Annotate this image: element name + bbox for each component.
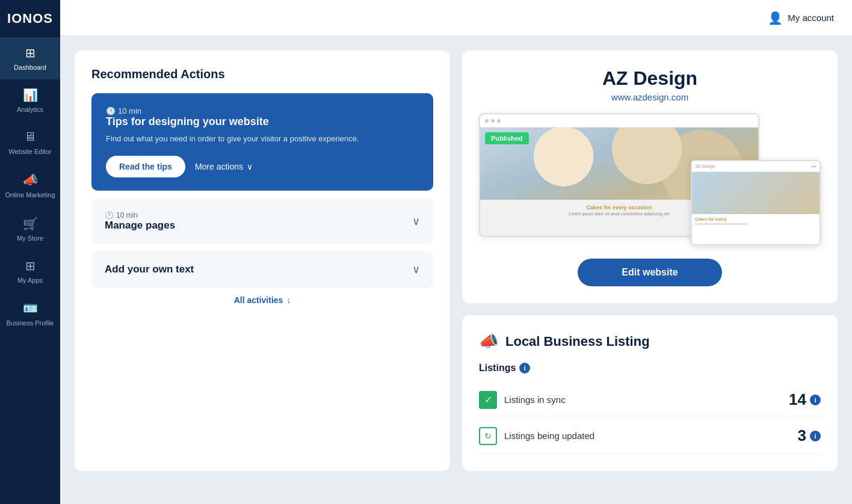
sidebar-item-label: My Apps xyxy=(17,277,43,284)
listings-being-updated-info-icon[interactable]: i xyxy=(810,431,821,441)
edit-website-button[interactable]: Edit website xyxy=(578,259,722,286)
all-activities-label: All activities xyxy=(234,295,283,305)
content-area: Recommended Actions 🕐 10 min Tips for de… xyxy=(60,36,852,504)
mockup-dot-3 xyxy=(497,119,501,123)
mobile-site-name: AZ Design xyxy=(696,164,715,168)
mobile-content-area: Cakes for every Lorem ipsum dolor sit am… xyxy=(692,172,820,244)
sidebar-item-my-apps[interactable]: ⊞ My Apps xyxy=(0,250,60,292)
listings-being-updated-row: ↻ Listings being updated 3 i xyxy=(479,418,821,454)
manage-pages-item[interactable]: 🕐 10 min Manage pages ∨ xyxy=(91,199,433,244)
sidebar-item-dashboard[interactable]: ⊞ Dashboard xyxy=(0,37,60,79)
clock-icon-2: 🕐 xyxy=(105,211,114,220)
mobile-image xyxy=(692,172,820,214)
business-profile-icon: 🪪 xyxy=(23,301,38,315)
logo-area: IONOS xyxy=(0,0,60,37)
listing-header: 📣 Local Business Listing xyxy=(479,332,821,351)
manage-pages-title: Manage pages xyxy=(105,220,175,232)
listings-being-updated-left: ↻ Listings being updated xyxy=(479,427,594,445)
more-actions-label: More actions xyxy=(195,162,243,171)
listings-in-sync-count: 14 i xyxy=(789,390,821,409)
account-icon: 👤 xyxy=(768,11,783,25)
dashboard-icon: ⊞ xyxy=(25,46,36,60)
header: 👤 My account xyxy=(60,0,852,36)
ionos-logo: IONOS xyxy=(7,11,53,26)
mobile-heading: Cakes for every xyxy=(695,217,816,221)
website-card: AZ Design www.azdesign.com Published xyxy=(462,51,838,303)
manage-pages-left: 🕐 10 min Manage pages xyxy=(105,211,175,232)
sidebar-item-online-marketing[interactable]: 📣 Online Marketing xyxy=(0,164,60,207)
listings-being-updated-label: Listings being updated xyxy=(504,431,594,441)
manage-pages-time: 🕐 10 min xyxy=(105,211,175,220)
clock-icon: 🕐 xyxy=(106,106,116,115)
sidebar-item-website-editor[interactable]: 🖥 Website Editor xyxy=(0,121,60,164)
mobile-nav-dots: ••• xyxy=(812,164,816,168)
tip-time-label: 🕐 10 min xyxy=(106,106,419,115)
shield-check-icon: ✓ xyxy=(479,391,497,409)
listings-in-sync-label: Listings in sync xyxy=(504,395,566,405)
tip-card-desc: Find out what you need in order to give … xyxy=(106,133,419,145)
chevron-down-icon: ∨ xyxy=(247,162,253,171)
add-text-item[interactable]: Add your own text ∨ xyxy=(91,251,433,288)
main-area: 👤 My account Recommended Actions 🕐 10 mi… xyxy=(60,0,852,504)
published-badge: Published xyxy=(485,132,529,144)
mobile-top-bar: AZ Design ••• xyxy=(692,161,820,172)
all-activities-link[interactable]: All activities ↓ xyxy=(91,295,433,305)
listings-label: Listings xyxy=(479,363,516,373)
sidebar: IONOS ⊞ Dashboard 📊 Analytics 🖥 Website … xyxy=(0,0,60,504)
manage-pages-chevron: ∨ xyxy=(412,215,420,228)
listing-title: Local Business Listing xyxy=(505,334,650,349)
tip-time-text: 10 min xyxy=(118,106,141,115)
tip-card: 🕐 10 min Tips for designing your website… xyxy=(91,93,433,191)
add-text-chevron: ∨ xyxy=(412,263,420,276)
mobile-text-area: Cakes for every Lorem ipsum dolor sit am… xyxy=(692,214,820,229)
listings-in-sync-left: ✓ Listings in sync xyxy=(479,391,566,409)
mobile-subtext: Lorem ipsum dolor sit amet consectetur xyxy=(695,222,816,226)
arrow-down-icon: ↓ xyxy=(286,295,291,305)
tip-card-title: Tips for designing your website xyxy=(106,115,419,128)
website-preview: Published Cakes for every occasion Lorem… xyxy=(479,113,821,245)
shield-update-icon: ↻ xyxy=(479,427,497,445)
website-editor-icon: 🖥 xyxy=(24,130,36,144)
rec-actions-title: Recommended Actions xyxy=(91,67,433,81)
mobile-mockup: AZ Design ••• Cakes for every Lorem ipsu… xyxy=(691,160,821,245)
sidebar-item-label: Online Marketing xyxy=(5,191,55,199)
online-marketing-icon: 📣 xyxy=(23,173,38,187)
add-text-left: Add your own text xyxy=(105,263,194,275)
sidebar-item-business-profile[interactable]: 🪪 Business Profile xyxy=(0,292,60,336)
sidebar-item-label: Analytics xyxy=(17,106,43,113)
analytics-icon: 📊 xyxy=(23,88,38,102)
my-account-label: My account xyxy=(788,13,834,23)
mockup-dot-1 xyxy=(485,119,489,123)
site-url[interactable]: www.azdesign.com xyxy=(611,92,688,102)
listings-in-sync-row: ✓ Listings in sync 14 i xyxy=(479,382,821,418)
sidebar-item-label: My Store xyxy=(17,235,43,242)
my-apps-icon: ⊞ xyxy=(25,259,36,273)
sidebar-item-label: Business Profile xyxy=(7,319,54,327)
listings-section-title: Listings i xyxy=(479,363,821,373)
local-business-card: 📣 Local Business Listing Listings i ✓ Li… xyxy=(462,315,838,471)
mockup-dot-2 xyxy=(491,119,495,123)
tip-card-actions: Read the tips More actions ∨ xyxy=(106,156,419,177)
megaphone-icon: 📣 xyxy=(479,332,498,351)
mockup-bar xyxy=(480,114,758,128)
sidebar-item-label: Dashboard xyxy=(14,64,46,71)
sidebar-item-my-store[interactable]: 🛒 My Store xyxy=(0,208,60,250)
sidebar-item-analytics[interactable]: 📊 Analytics xyxy=(0,79,60,121)
recommended-actions-card: Recommended Actions 🕐 10 min Tips for de… xyxy=(75,51,450,471)
sidebar-item-label: Website Editor xyxy=(8,147,51,156)
add-text-title: Add your own text xyxy=(105,263,194,275)
my-store-icon: 🛒 xyxy=(23,217,38,231)
listings-being-updated-count: 3 i xyxy=(798,426,821,445)
listings-in-sync-info-icon[interactable]: i xyxy=(810,395,821,405)
my-account-button[interactable]: 👤 My account xyxy=(768,11,834,25)
more-actions-button[interactable]: More actions ∨ xyxy=(195,162,253,171)
read-tips-button[interactable]: Read the tips xyxy=(106,156,185,177)
site-name: AZ Design xyxy=(602,67,697,90)
listings-info-icon[interactable]: i xyxy=(519,363,530,373)
